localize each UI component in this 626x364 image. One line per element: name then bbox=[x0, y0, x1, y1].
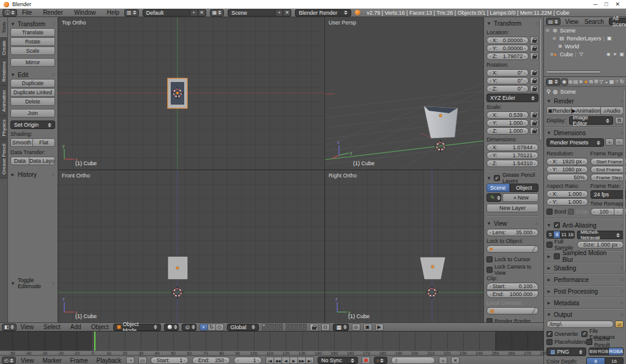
panel-header-sampled-motion-blur[interactable]: ►Sampled Motion Blur≡ bbox=[546, 252, 624, 261]
proportional-edit-icon[interactable]: ◎ bbox=[352, 324, 360, 331]
lock-camera-checkbox[interactable] bbox=[486, 267, 493, 273]
number-field[interactable]: ‹Y:0.00000› bbox=[486, 45, 529, 52]
lock-icon[interactable] bbox=[530, 111, 538, 119]
panel-header-performance[interactable]: ►Performance≡ bbox=[546, 275, 624, 284]
topbar-menu-window[interactable]: Window bbox=[73, 9, 97, 16]
selectable-arrow-icon[interactable]: ➤ bbox=[613, 51, 617, 57]
lock-icon[interactable] bbox=[530, 77, 538, 84]
insert-keyframe-icon[interactable]: ＋ bbox=[439, 357, 447, 364]
panel-header-post-processing[interactable]: ►Post Processing≡ bbox=[546, 287, 624, 295]
number-field[interactable]: ‹Y:1.000› bbox=[486, 119, 529, 127]
resolution-percentage-slider[interactable]: 50% bbox=[546, 174, 588, 181]
viewport-top-ortho[interactable]: xy Top Ortho (1) Cube bbox=[58, 17, 324, 169]
full-sample-checkbox[interactable] bbox=[546, 242, 553, 248]
panel-header-shading[interactable]: ►Shading≡ bbox=[546, 264, 624, 272]
minimize-button[interactable]: ─ bbox=[594, 1, 597, 7]
panel-header-metadata[interactable]: ►Metadata≡ bbox=[546, 299, 624, 307]
panel-header-render[interactable]: ▼Render≡ bbox=[546, 97, 624, 105]
lock-icon[interactable] bbox=[530, 119, 538, 127]
add-scene-button[interactable]: + bbox=[275, 9, 283, 17]
join-button[interactable]: Join bbox=[10, 109, 55, 117]
timeline-menu-playback[interactable]: Playback bbox=[95, 357, 123, 364]
crop-checkbox[interactable] bbox=[568, 209, 574, 215]
render-engine-select[interactable]: Blender Render bbox=[295, 9, 351, 17]
new-window-icon[interactable]: ⧉ bbox=[615, 117, 624, 124]
object-data-icon[interactable]: ▽ bbox=[599, 78, 603, 86]
delete-keyframe-icon[interactable]: ✕ bbox=[451, 357, 460, 364]
number-field[interactable]: ‹X:1.07844› bbox=[486, 144, 538, 151]
physics-icon[interactable]: ↻ bbox=[620, 78, 624, 86]
maximize-button[interactable]: □ bbox=[605, 1, 608, 7]
lock-icon[interactable] bbox=[530, 127, 538, 135]
toolshelf-tab-physics[interactable]: Physics bbox=[0, 116, 7, 139]
editor-type-button[interactable]: ◴ bbox=[2, 357, 16, 364]
pin-icon[interactable]: ⚲ bbox=[546, 89, 551, 95]
viewport-menu-select[interactable]: Select bbox=[42, 324, 62, 330]
visibility-eye-icon[interactable]: ◉ bbox=[606, 51, 611, 57]
topbar-menu-help[interactable]: Help bbox=[106, 9, 121, 16]
local-camera-field[interactable]: ▣╱ bbox=[486, 307, 538, 314]
shade-flat-button[interactable]: Flat bbox=[32, 138, 55, 147]
depth-8-button[interactable]: 8 bbox=[586, 357, 605, 364]
outliner-menu-search[interactable]: Search bbox=[583, 18, 605, 25]
timeline-menu-marker[interactable]: Marker bbox=[41, 357, 62, 364]
end-frame-field[interactable]: ‹End:250› bbox=[192, 357, 230, 364]
playback-range-icon[interactable]: ◔ bbox=[126, 357, 135, 364]
aa-size-field[interactable]: ‹Size:1.000 px› bbox=[577, 241, 624, 248]
depth-16-button[interactable]: 16 bbox=[605, 357, 624, 364]
delete-button[interactable]: Delete bbox=[10, 97, 55, 106]
manipulator-scale-icon[interactable]: ◇ bbox=[215, 324, 224, 331]
number-field[interactable]: ‹Z:1.000› bbox=[486, 127, 529, 135]
layers-grid-1[interactable] bbox=[262, 324, 283, 330]
panel-header-edit[interactable]: ▼Edit≡ bbox=[10, 70, 55, 79]
render-presets-dropdown[interactable]: Render Presets bbox=[546, 138, 604, 147]
timeline[interactable]: -50-40-30-20-100102030405060708090100110… bbox=[0, 331, 543, 364]
number-field[interactable]: ‹Z:1.54310› bbox=[486, 160, 538, 167]
mirror-button[interactable]: Mirror bbox=[10, 58, 55, 67]
panel-header-toggle-editmode[interactable]: ▼Toggle Editmode≡ bbox=[10, 279, 55, 288]
auto-keyframe-record-icon[interactable] bbox=[362, 357, 370, 364]
render-camera-icon[interactable]: ◉ bbox=[561, 78, 568, 86]
keying-set-type-dropdown[interactable] bbox=[374, 357, 387, 364]
delete-scene-button[interactable]: ✕ bbox=[283, 9, 291, 17]
file-format-dropdown[interactable]: ▦PNG bbox=[546, 347, 586, 356]
topbar-menu-render[interactable]: Render bbox=[42, 9, 64, 16]
lock-icon[interactable] bbox=[310, 324, 318, 331]
world-icon[interactable]: ⊕ bbox=[579, 78, 583, 86]
viewport-menu-object[interactable]: Object bbox=[90, 324, 110, 330]
add-preset-button[interactable]: ＋ bbox=[605, 138, 614, 146]
clip-start-field[interactable]: ‹Start:0.100› bbox=[486, 283, 538, 290]
number-field[interactable]: ‹X:0°› bbox=[486, 69, 529, 76]
screen-layout-select[interactable]: Default bbox=[143, 9, 190, 17]
lock-icon[interactable] bbox=[530, 37, 538, 44]
play-icon[interactable]: ▶ bbox=[289, 357, 298, 364]
timeline-menu-view[interactable]: View bbox=[20, 357, 35, 364]
start-frame-field[interactable]: ‹Start Frame:1› bbox=[591, 158, 626, 165]
translate-button[interactable]: Translate bbox=[10, 28, 55, 37]
outliner-row-world[interactable]: ⊕World bbox=[544, 42, 626, 50]
toolshelf-tab-tools[interactable]: Tools bbox=[0, 17, 7, 38]
jump-to-start-icon[interactable]: |◀ bbox=[266, 357, 274, 364]
panel-header-view[interactable]: ▼View≡ bbox=[486, 219, 538, 228]
lock-icon[interactable] bbox=[530, 45, 538, 52]
play-reverse-icon[interactable]: ◀ bbox=[281, 357, 290, 364]
outliner-menu-view[interactable]: View bbox=[564, 18, 580, 25]
set-origin-dropdown[interactable]: Set Origin bbox=[10, 121, 55, 129]
opengl-render-image-icon[interactable]: ▣ bbox=[363, 324, 372, 331]
cache-result-checkbox[interactable] bbox=[586, 339, 592, 345]
output-path-field[interactable]: /tmp\ bbox=[546, 321, 614, 328]
shade-smooth-button[interactable]: Smooth bbox=[10, 138, 33, 147]
start-frame-field[interactable]: ‹Start:1› bbox=[151, 357, 188, 364]
clip-end-field[interactable]: ‹End:1000.000› bbox=[486, 291, 538, 298]
screen-layout-icon[interactable]: ▥ bbox=[124, 9, 139, 17]
display-dropdown[interactable]: Image Editor bbox=[569, 116, 613, 125]
border-checkbox[interactable] bbox=[546, 209, 553, 215]
data-layout-transfer-button[interactable]: Data Layo bbox=[29, 157, 55, 165]
next-keyframe-icon[interactable]: ▶▶ bbox=[297, 357, 306, 364]
viewport-front-ortho[interactable]: xz Front Ortho (1) Cube bbox=[58, 170, 324, 322]
panel-header-output[interactable]: ▼Output≡ bbox=[546, 310, 624, 319]
editor-type-button[interactable]: ◧ bbox=[2, 324, 17, 331]
opengl-render-animation-icon[interactable]: ▶ bbox=[375, 324, 384, 331]
modifiers-icon[interactable]: ⚙ bbox=[594, 78, 598, 86]
pivot-point-dropdown[interactable]: ⊙ bbox=[182, 324, 196, 331]
